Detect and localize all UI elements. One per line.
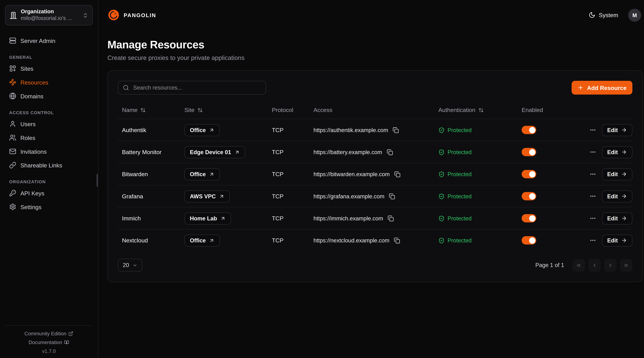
pagination-prev-button[interactable] bbox=[588, 259, 601, 271]
site-link-button[interactable]: AWS VPC bbox=[184, 190, 230, 202]
shield-check-icon bbox=[438, 171, 444, 177]
column-header-authentication[interactable]: Authentication bbox=[434, 107, 518, 113]
sidebar-item-domains[interactable]: Domains bbox=[5, 89, 93, 103]
sidebar-item-label: Invitations bbox=[20, 148, 47, 155]
sidebar-item-users[interactable]: Users bbox=[5, 117, 93, 131]
mail-icon bbox=[9, 148, 16, 155]
shield-check-icon bbox=[438, 193, 444, 199]
column-header-site[interactable]: Site bbox=[180, 107, 268, 113]
arrow-right-icon bbox=[621, 149, 627, 155]
row-menu-button[interactable] bbox=[588, 148, 597, 156]
sidebar-item-label: API Keys bbox=[20, 190, 44, 197]
community-edition-link[interactable]: Community Edition bbox=[24, 330, 74, 336]
sidebar-item-resources[interactable]: Resources bbox=[5, 76, 93, 89]
sidebar-item-sites[interactable]: Sites bbox=[5, 62, 93, 76]
enabled-toggle[interactable] bbox=[522, 148, 536, 156]
protocol: TCP bbox=[268, 127, 309, 133]
table-row: Battery Monitor Edge Device 01 TCP https… bbox=[118, 141, 632, 163]
pagination-first-button[interactable] bbox=[572, 259, 585, 271]
enabled-toggle[interactable] bbox=[522, 126, 536, 134]
table-row: Authentik Office TCP https://authentik.e… bbox=[118, 119, 632, 141]
section-title-general: GENERAL bbox=[9, 55, 88, 60]
section-title-access-control: ACCESS CONTROL bbox=[9, 110, 88, 115]
sidebar-item-settings[interactable]: Settings bbox=[5, 200, 93, 214]
server-icon bbox=[9, 37, 16, 44]
row-menu-button[interactable] bbox=[588, 126, 597, 134]
sidebar-item-api-keys[interactable]: API Keys bbox=[5, 186, 93, 200]
copy-icon[interactable] bbox=[393, 236, 401, 244]
arrow-right-icon bbox=[621, 215, 627, 221]
org-value: milo@fossorial.io's ... bbox=[21, 15, 79, 22]
sidebar-item-server-admin[interactable]: Server Admin bbox=[5, 34, 93, 48]
sort-icon bbox=[478, 107, 484, 113]
site-link-button[interactable]: Home Lab bbox=[184, 212, 231, 224]
site-link-button[interactable]: Office bbox=[184, 124, 220, 136]
arrow-up-right-icon bbox=[209, 238, 214, 243]
pagination-next-button[interactable] bbox=[604, 259, 616, 271]
row-menu-button[interactable] bbox=[588, 170, 597, 178]
edit-button[interactable]: Edit bbox=[602, 212, 632, 224]
access-url: https://immich.example.com bbox=[314, 215, 383, 221]
page-title: Manage Resources bbox=[108, 38, 643, 51]
add-resource-button[interactable]: Add Resource bbox=[572, 81, 632, 95]
documentation-link[interactable]: Documentation bbox=[28, 339, 69, 345]
sidebar-item-roles[interactable]: Roles bbox=[5, 131, 93, 145]
toolbar: Add Resource bbox=[118, 81, 632, 95]
arrow-right-icon bbox=[621, 237, 627, 243]
enabled-toggle[interactable] bbox=[522, 170, 536, 178]
row-menu-button[interactable] bbox=[588, 236, 597, 245]
site-link-button[interactable]: Edge Device 01 bbox=[184, 146, 245, 158]
version-label: v1.7.0 bbox=[42, 348, 56, 354]
row-menu-button[interactable] bbox=[588, 192, 597, 200]
copy-icon[interactable] bbox=[387, 214, 395, 222]
edit-button[interactable]: Edit bbox=[602, 146, 632, 158]
enabled-toggle[interactable] bbox=[522, 214, 536, 222]
protocol: TCP bbox=[268, 237, 309, 244]
table-header: Name Site Protocol Access Authentication… bbox=[118, 101, 632, 119]
copy-icon[interactable] bbox=[386, 148, 394, 156]
protocol: TCP bbox=[268, 193, 309, 200]
enabled-toggle[interactable] bbox=[522, 236, 536, 245]
copy-icon[interactable] bbox=[392, 126, 400, 134]
building-icon bbox=[10, 12, 17, 19]
sidebar-item-label: Server Admin bbox=[20, 37, 56, 44]
org-switcher[interactable]: Organization milo@fossorial.io's ... bbox=[5, 5, 93, 26]
arrow-up-right-icon bbox=[219, 193, 224, 199]
site-link-button[interactable]: Office bbox=[184, 168, 220, 180]
sidebar-item-shareable-links[interactable]: Shareable Links bbox=[5, 158, 93, 172]
users-icon bbox=[9, 134, 16, 141]
copy-icon[interactable] bbox=[394, 170, 401, 178]
key-icon bbox=[9, 190, 16, 197]
book-icon bbox=[64, 340, 69, 345]
search-input[interactable] bbox=[132, 84, 261, 91]
ellipsis-icon bbox=[589, 149, 596, 155]
sidebar-item-invitations[interactable]: Invitations bbox=[5, 145, 93, 158]
access-url: https://battery.example.com bbox=[314, 149, 382, 155]
column-header-name[interactable]: Name bbox=[118, 107, 180, 113]
sidebar-item-label: Domains bbox=[20, 93, 44, 100]
edit-button[interactable]: Edit bbox=[602, 124, 632, 136]
shield-check-icon bbox=[438, 237, 444, 243]
main-content: PANGOLIN System M Manage Resources Creat… bbox=[98, 0, 644, 358]
row-menu-button[interactable] bbox=[588, 214, 597, 222]
table-footer: 20 Page 1 of 1 bbox=[118, 259, 632, 271]
edit-button[interactable]: Edit bbox=[602, 234, 632, 246]
external-link-icon bbox=[68, 331, 74, 336]
enabled-toggle[interactable] bbox=[522, 192, 536, 200]
brand[interactable]: PANGOLIN bbox=[108, 9, 156, 21]
edit-button[interactable]: Edit bbox=[602, 168, 632, 180]
page-size-select[interactable]: 20 bbox=[118, 259, 142, 271]
arrow-right-icon bbox=[621, 193, 627, 199]
theme-toggle[interactable]: System bbox=[589, 12, 618, 19]
sites-icon bbox=[9, 65, 16, 72]
avatar[interactable]: M bbox=[628, 9, 641, 22]
edit-button[interactable]: Edit bbox=[602, 190, 632, 202]
pagination-last-button[interactable] bbox=[620, 259, 632, 271]
resource-name: Grafana bbox=[118, 193, 180, 200]
site-link-button[interactable]: Office bbox=[184, 234, 220, 246]
auth-status: Protected bbox=[448, 127, 472, 133]
search-box bbox=[118, 81, 266, 95]
column-header-enabled: Enabled bbox=[518, 107, 576, 113]
sidebar-scrollbar-thumb[interactable] bbox=[96, 174, 98, 187]
copy-icon[interactable] bbox=[388, 192, 396, 200]
